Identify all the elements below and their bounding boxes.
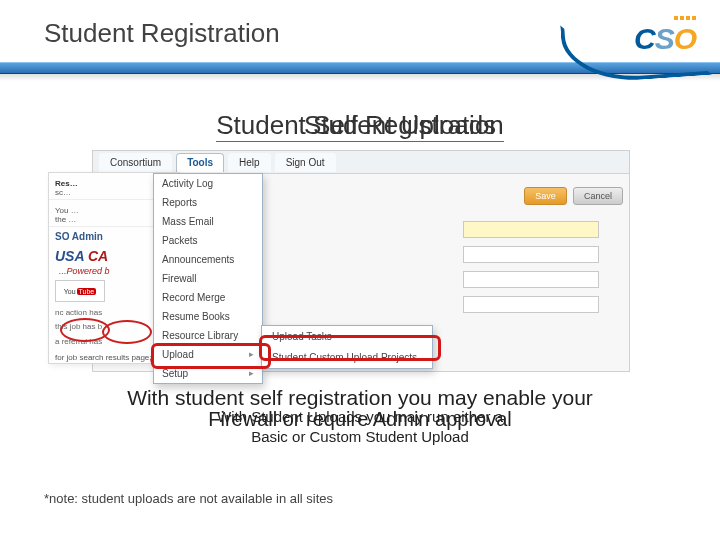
menu-mass-email[interactable]: Mass Email	[154, 212, 262, 231]
menu-resource-library[interactable]: Resource Library	[154, 326, 262, 345]
logo-letter-c: C	[634, 22, 655, 55]
app-menubar: Consortium Tools Help Sign Out	[93, 151, 629, 174]
menu-setup[interactable]: Setup	[154, 364, 262, 383]
red-circle-annotation	[102, 320, 152, 344]
cso-logo: CSO	[562, 10, 702, 74]
logo-letter-o: O	[674, 22, 696, 55]
tab-consortium[interactable]: Consortium	[99, 153, 172, 172]
tab-help[interactable]: Help	[228, 153, 271, 172]
menu-firewall[interactable]: Firewall	[154, 269, 262, 288]
logo-letter-s: S	[655, 22, 674, 55]
youtube-badge: YouTube	[55, 280, 105, 302]
tab-sign-out[interactable]: Sign Out	[275, 153, 336, 172]
menu-upload[interactable]: Upload	[154, 345, 262, 364]
form-field-1[interactable]	[463, 221, 599, 238]
subtitle-uploads: Student Uploads	[40, 110, 720, 141]
app-screenshot: Consortium Tools Help Sign Out Activity …	[92, 150, 630, 372]
footnote: *note: student uploads are not available…	[44, 491, 333, 506]
submenu-upload-tasks[interactable]: Upload Tasks	[262, 326, 432, 347]
submenu-student-custom-upload[interactable]: Student Custom Upload Projects	[262, 347, 432, 368]
usa-text: USA	[55, 248, 88, 264]
menu-announcements[interactable]: Announcements	[154, 250, 262, 269]
form-field-4[interactable]	[463, 296, 599, 313]
body-line-1: With student self registration you may e…	[0, 386, 720, 410]
form-field-3[interactable]	[463, 271, 599, 288]
tab-tools[interactable]: Tools	[176, 153, 224, 172]
menu-packets[interactable]: Packets	[154, 231, 262, 250]
menu-reports[interactable]: Reports	[154, 193, 262, 212]
tools-dropdown: Activity Log Reports Mass Email Packets …	[153, 173, 263, 384]
form-panel: Save Cancel	[463, 187, 623, 319]
menu-activity-log[interactable]: Activity Log	[154, 174, 262, 193]
menu-record-merge[interactable]: Record Merge	[154, 288, 262, 307]
upload-submenu: Upload Tasks Student Custom Upload Proje…	[261, 325, 433, 369]
menu-resume-books[interactable]: Resume Books	[154, 307, 262, 326]
save-button[interactable]: Save	[524, 187, 567, 205]
cancel-button[interactable]: Cancel	[573, 187, 623, 205]
form-field-2[interactable]	[463, 246, 599, 263]
body-line-4: Basic or Custom Student Upload	[0, 428, 720, 445]
ca-text: CA	[88, 248, 108, 264]
